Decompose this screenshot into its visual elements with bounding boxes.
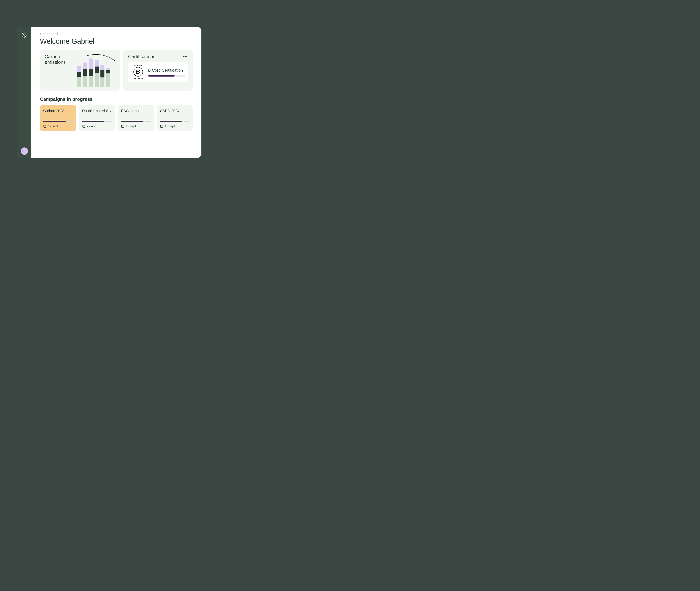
campaign-title: ESG complete bbox=[121, 109, 150, 118]
svg-rect-10 bbox=[24, 34, 26, 35]
svg-point-7 bbox=[26, 35, 27, 36]
page-title: Welcome Gabriel bbox=[40, 37, 193, 45]
svg-rect-8 bbox=[25, 35, 26, 36]
svg-point-5 bbox=[21, 35, 22, 36]
campaign-progress bbox=[121, 121, 150, 122]
campaign-date: 12 sept. bbox=[160, 125, 190, 128]
campaign-title: CSRD 2024 bbox=[160, 109, 190, 118]
certification-item[interactable]: Certified B Corporation B Corp Certifica… bbox=[128, 62, 188, 82]
svg-rect-17 bbox=[44, 125, 46, 127]
campaign-card[interactable]: ESG complete 12 sept. bbox=[118, 105, 154, 131]
svg-rect-29 bbox=[161, 125, 163, 127]
campaigns-grid: Carbon 2023 12 sept. Double materiality bbox=[40, 105, 193, 131]
svg-rect-16 bbox=[24, 36, 26, 37]
campaign-card[interactable]: Carbon 2023 12 sept. bbox=[40, 105, 76, 131]
campaign-date: 27 apr. bbox=[82, 125, 112, 128]
more-icon[interactable]: ••• bbox=[183, 54, 188, 59]
sidebar: GF bbox=[17, 27, 31, 158]
chart-bar bbox=[94, 60, 99, 86]
chart-bar bbox=[101, 65, 105, 86]
svg-point-0 bbox=[24, 35, 25, 36]
app-window: GF Dashboard Welcome Gabriel Carbon emis… bbox=[17, 27, 201, 158]
avatar-initials: GF bbox=[22, 149, 26, 152]
certification-name: B Corp Certification bbox=[148, 68, 185, 73]
svg-rect-6 bbox=[22, 35, 23, 36]
svg-point-3 bbox=[24, 37, 24, 38]
avatar[interactable]: GF bbox=[20, 147, 28, 155]
svg-rect-4 bbox=[24, 36, 24, 37]
main-content: Dashboard Welcome Gabriel Carbon emissio… bbox=[31, 27, 201, 158]
campaign-card[interactable]: Double materiality 27 apr. bbox=[79, 105, 115, 131]
chart-bar bbox=[89, 59, 93, 86]
calendar-icon bbox=[43, 125, 47, 128]
chart-bar bbox=[106, 68, 110, 86]
trend-arrow-icon bbox=[85, 53, 118, 63]
chart-bar bbox=[77, 66, 81, 86]
bcorp-logo-icon: Certified B Corporation bbox=[131, 65, 145, 80]
emissions-title: Carbon emissions bbox=[45, 54, 74, 86]
certification-progress bbox=[148, 75, 185, 76]
campaign-title: Double materiality bbox=[82, 109, 112, 118]
campaign-title: Carbon 2023 bbox=[43, 109, 73, 118]
logo-icon[interactable] bbox=[20, 31, 28, 40]
chart-bar bbox=[83, 63, 87, 86]
svg-rect-25 bbox=[121, 125, 124, 127]
svg-rect-14 bbox=[23, 34, 24, 35]
campaign-progress bbox=[82, 121, 112, 122]
campaign-date: 12 sept. bbox=[43, 125, 73, 128]
breadcrumb: Dashboard bbox=[40, 32, 193, 36]
campaign-date: 12 sept. bbox=[121, 125, 150, 128]
emissions-chart bbox=[77, 54, 115, 86]
calendar-icon bbox=[82, 125, 85, 128]
calendar-icon bbox=[121, 125, 124, 128]
campaigns-section-title: Campaigns in progress bbox=[40, 96, 193, 102]
campaign-progress bbox=[43, 121, 73, 122]
svg-point-1 bbox=[24, 32, 24, 33]
campaign-progress bbox=[160, 121, 190, 122]
campaign-card[interactable]: CSRD 2024 12 sept. bbox=[157, 105, 193, 131]
emissions-card[interactable]: Carbon emissions bbox=[40, 50, 120, 90]
svg-rect-12 bbox=[23, 36, 24, 37]
calendar-icon bbox=[160, 125, 163, 128]
svg-rect-21 bbox=[82, 125, 85, 127]
certifications-card[interactable]: Certifications ••• Certified B Corporati… bbox=[123, 50, 193, 90]
certifications-title: Certifications bbox=[128, 54, 155, 59]
svg-rect-2 bbox=[24, 33, 24, 35]
